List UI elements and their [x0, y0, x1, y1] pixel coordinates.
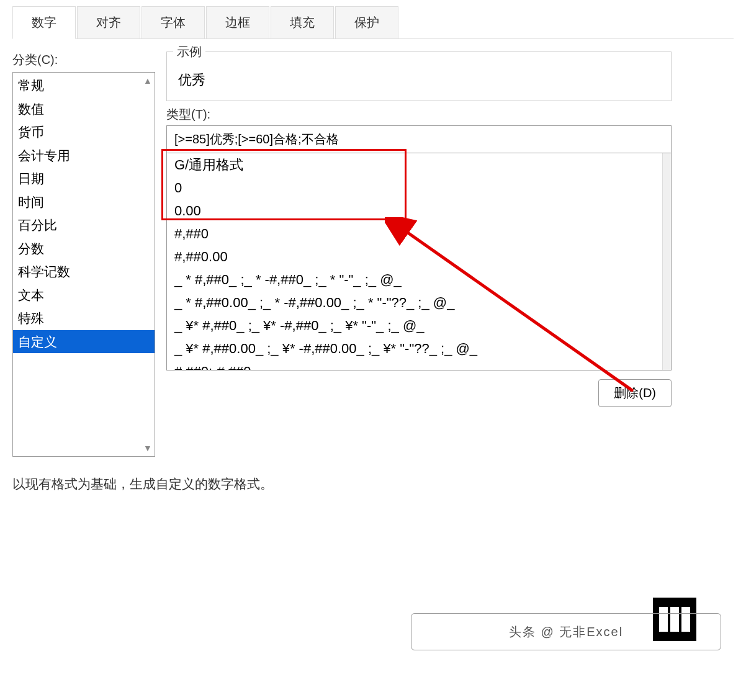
category-label: 分类(C):: [12, 52, 155, 68]
category-item[interactable]: 日期: [13, 167, 155, 191]
format-item[interactable]: #,##0;-#,##0: [167, 360, 671, 370]
format-list-items: G/通用格式00.00#,##0#,##0.00_ * #,##0_ ;_ * …: [167, 153, 671, 370]
example-group: 示例 优秀: [166, 52, 672, 101]
helper-text: 以现有格式为基础，生成自定义的数字格式。: [12, 475, 734, 493]
category-item[interactable]: 货币: [13, 120, 155, 144]
example-label: 示例: [173, 43, 205, 60]
category-list-items: 常规数值货币会计专用日期时间百分比分数科学记数文本特殊自定义: [13, 73, 155, 354]
tab-number[interactable]: 数字: [12, 6, 76, 39]
tab-font[interactable]: 字体: [142, 6, 205, 38]
scroll-down-icon[interactable]: ▼: [143, 443, 153, 453]
category-item[interactable]: 百分比: [13, 213, 155, 237]
delete-row: 删除(D): [166, 379, 672, 407]
tabs-bar: 数字 对齐 字体 边框 填充 保护: [12, 6, 734, 39]
format-list[interactable]: G/通用格式00.00#,##0#,##0.00_ * #,##0_ ;_ * …: [166, 153, 672, 370]
category-item[interactable]: 时间: [13, 191, 155, 214]
category-column: 分类(C): ▲ 常规数值货币会计专用日期时间百分比分数科学记数文本特殊自定义 …: [12, 52, 155, 457]
category-item[interactable]: 常规: [13, 74, 155, 97]
example-value: 优秀: [178, 71, 660, 89]
tab-fill[interactable]: 填充: [271, 6, 334, 38]
category-list[interactable]: ▲ 常规数值货币会计专用日期时间百分比分数科学记数文本特殊自定义 ▼: [12, 72, 155, 457]
format-cells-dialog: 数字 对齐 字体 边框 填充 保护 分类(C): ▲ 常规数值货币会计专用日期时…: [0, 0, 746, 499]
format-item[interactable]: _ ¥* #,##0_ ;_ ¥* -#,##0_ ;_ ¥* "-"_ ;_ …: [167, 314, 671, 337]
format-item[interactable]: G/通用格式: [167, 153, 671, 176]
type-label: 类型(T):: [166, 106, 672, 123]
format-item[interactable]: _ ¥* #,##0.00_ ;_ ¥* -#,##0.00_ ;_ ¥* "-…: [167, 337, 671, 360]
watermark-text: 头条 @ 无非Excel: [411, 613, 721, 650]
category-item[interactable]: 特殊: [13, 307, 155, 330]
format-item[interactable]: 0.00: [167, 199, 671, 222]
format-item[interactable]: 0: [167, 176, 671, 199]
tab-alignment[interactable]: 对齐: [77, 6, 140, 38]
format-item[interactable]: _ * #,##0_ ;_ * -#,##0_ ;_ * "-"_ ;_ @_: [167, 268, 671, 291]
detail-column: 示例 优秀 类型(T): G/通用格式00.00#,##0#,##0.00_ *…: [166, 52, 734, 457]
scroll-up-icon[interactable]: ▲: [143, 76, 153, 86]
category-item[interactable]: 自定义: [13, 330, 155, 354]
category-item[interactable]: 会计专用: [13, 144, 155, 168]
category-item[interactable]: 数值: [13, 97, 155, 121]
tab-border[interactable]: 边框: [206, 6, 269, 38]
delete-button[interactable]: 删除(D): [598, 379, 672, 407]
dialog-content: 分类(C): ▲ 常规数值货币会计专用日期时间百分比分数科学记数文本特殊自定义 …: [12, 52, 734, 457]
category-item[interactable]: 分数: [13, 237, 155, 261]
category-item[interactable]: 科学记数: [13, 260, 155, 284]
format-item[interactable]: #,##0: [167, 222, 671, 245]
category-item[interactable]: 文本: [13, 284, 155, 307]
format-item[interactable]: #,##0.00: [167, 245, 671, 268]
format-item[interactable]: _ * #,##0.00_ ;_ * -#,##0.00_ ;_ * "-"??…: [167, 291, 671, 314]
format-scrollbar[interactable]: [662, 153, 671, 370]
type-input[interactable]: [166, 125, 672, 153]
tab-protection[interactable]: 保护: [335, 6, 398, 38]
